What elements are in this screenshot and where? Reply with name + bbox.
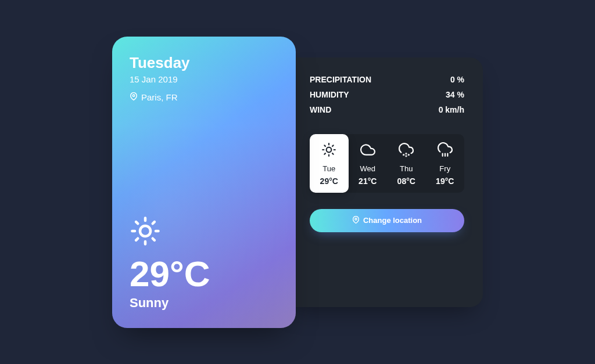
svg-line-17	[325, 153, 326, 154]
svg-line-13	[325, 145, 326, 146]
forecast-item-tue[interactable]: Tue 29°C	[310, 134, 349, 193]
weather-summary: 29°C Sunny	[130, 215, 210, 310]
sun-icon	[130, 215, 210, 249]
current-day: Tuesday	[130, 54, 278, 72]
svg-point-26	[355, 218, 357, 219]
forecast-day: Thu	[389, 164, 424, 173]
button-label: Change location	[363, 216, 422, 225]
stat-value: 34 %	[446, 90, 464, 99]
svg-point-0	[132, 95, 135, 97]
forecast-temp: 08°C	[389, 176, 424, 186]
svg-point-21	[406, 153, 407, 153]
current-temp: 29°C	[130, 255, 210, 293]
rain-icon	[438, 154, 453, 164]
forecast-day: Wed	[351, 164, 385, 173]
svg-point-20	[406, 156, 407, 156]
weather-card-details: Precipitation 0 % Humidity 34 % Wind 0 k…	[284, 57, 483, 307]
stat-label: Humidity	[310, 90, 349, 99]
svg-line-14	[332, 153, 334, 154]
svg-line-4	[136, 222, 138, 224]
map-pin-icon	[352, 216, 360, 225]
cloud-icon	[360, 154, 375, 164]
snow-icon	[399, 154, 414, 164]
svg-line-5	[153, 239, 155, 240]
stat-label: Precipitation	[310, 75, 371, 84]
svg-point-22	[408, 154, 409, 155]
forecast-day: Tue	[312, 164, 346, 173]
stats-list: Precipitation 0 % Humidity 34 % Wind 0 k…	[310, 75, 464, 120]
svg-line-18	[332, 145, 334, 146]
change-location-button[interactable]: Change location	[310, 209, 464, 232]
current-date: 15 Jan 2019	[130, 74, 278, 84]
current-location: Paris, FR	[141, 92, 178, 102]
stat-value: 0 %	[450, 75, 464, 84]
svg-point-1	[140, 226, 150, 236]
forecast-item-fry[interactable]: Fry 19°C	[426, 134, 465, 193]
weather-card-main: Tuesday 15 Jan 2019 Paris, FR 29°C Sunny	[112, 37, 296, 328]
forecast-temp: 29°C	[312, 176, 346, 186]
current-condition: Sunny	[130, 295, 210, 311]
sun-icon	[321, 154, 336, 164]
stat-precipitation: Precipitation 0 %	[310, 75, 464, 84]
forecast-item-wed[interactable]: Wed 21°C	[349, 134, 388, 193]
location-row: Paris, FR	[130, 92, 278, 102]
svg-line-8	[136, 239, 138, 240]
map-pin-icon	[130, 92, 138, 102]
stat-wind: Wind 0 km/h	[310, 105, 464, 114]
stat-label: Wind	[310, 105, 331, 114]
svg-point-10	[327, 147, 332, 152]
forecast-day: Fry	[428, 164, 463, 173]
weather-header: Tuesday 15 Jan 2019 Paris, FR	[130, 54, 278, 102]
svg-line-9	[153, 222, 155, 224]
forecast-temp: 21°C	[351, 176, 385, 186]
weather-widget: Tuesday 15 Jan 2019 Paris, FR 29°C Sunny…	[112, 37, 483, 328]
svg-point-19	[403, 154, 404, 155]
stat-humidity: Humidity 34 %	[310, 90, 464, 99]
forecast-list: Tue 29°C Wed 21°C Thu 08°C	[310, 134, 464, 193]
forecast-temp: 19°C	[428, 176, 463, 186]
stat-value: 0 km/h	[439, 105, 464, 114]
forecast-item-thu[interactable]: Thu 08°C	[387, 134, 426, 193]
